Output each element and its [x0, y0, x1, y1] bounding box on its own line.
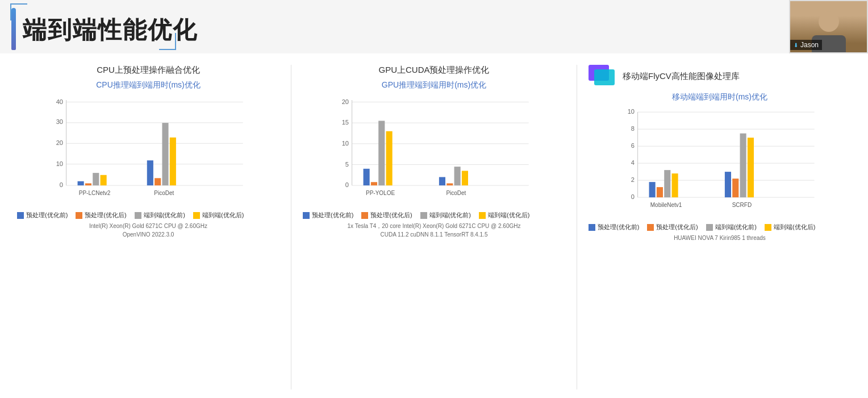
- legend-label-2: 预处理(优化后): [656, 223, 698, 231]
- bar: [649, 182, 656, 197]
- cpu-section-title: CPU上预处理操作融合优化: [97, 65, 200, 76]
- legend-item-4: 端到端(优化后): [765, 223, 815, 231]
- avatar-box: ⬇ Jason: [789, 0, 868, 53]
- mobile-footnote: HUAWEI NOVA 7 Kirin985 1 threads: [674, 234, 766, 242]
- svg-text:PicoDet: PicoDet: [154, 190, 174, 196]
- legend-color-1: [303, 212, 310, 219]
- corner-decoration-br: [159, 33, 176, 50]
- legend-item-2: 预处理(优化后): [361, 211, 412, 219]
- flyCV-header: 移动端FlyCV高性能图像处理库: [589, 65, 740, 88]
- cpu-footnote: Intel(R) Xeon(R) Gold 6271C CPU @ 2.60GH…: [89, 222, 207, 239]
- bar: [364, 169, 370, 185]
- gpu-legend: 预处理(优化前) 预处理(优化后) 端到端(优化前) 端到端(优化后): [303, 211, 565, 219]
- svg-text:PP-LCNetv2: PP-LCNetv2: [79, 190, 111, 196]
- gpu-chart-title: GPU推理端到端用时(ms)优化: [382, 80, 486, 90]
- svg-text:6: 6: [631, 142, 635, 149]
- svg-text:30: 30: [56, 118, 63, 125]
- svg-text:10: 10: [628, 108, 635, 115]
- mobile-legend: 预处理(优化前) 预处理(优化后) 端到端(优化前) 端到端(优化后): [589, 223, 851, 231]
- mobile-section-title: 移动端FlyCV高性能图像处理库: [623, 71, 740, 82]
- cpu-chart-title: CPU推理端到端用时(ms)优化: [96, 80, 201, 90]
- legend-item-2: 预处理(优化后): [76, 211, 126, 219]
- title-bar-accent: [11, 10, 16, 50]
- avatar-head: [819, 11, 839, 32]
- bar: [85, 183, 91, 185]
- gpu-chart-panel: GPU上CUDA预处理操作优化 GPU推理端到端用时(ms)优化 0 5 10 …: [303, 65, 565, 389]
- bar: [162, 123, 168, 185]
- svg-text:MobileNetv1: MobileNetv1: [650, 202, 682, 208]
- bar: [78, 181, 84, 185]
- bar: [386, 131, 393, 185]
- bar: [170, 138, 176, 185]
- cpu-bar-chart: 0 10 20 30 40 PP-LCNetv2: [17, 94, 279, 208]
- svg-text:15: 15: [342, 119, 349, 126]
- bar: [93, 173, 99, 185]
- bar: [672, 173, 678, 197]
- legend-label-3: 端到端(优化前): [429, 211, 471, 219]
- svg-text:PP-YOLOE: PP-YOLOE: [366, 190, 395, 196]
- download-icon: ⬇: [794, 42, 798, 48]
- svg-text:40: 40: [56, 98, 63, 105]
- svg-text:0: 0: [345, 181, 349, 188]
- svg-text:20: 20: [342, 98, 349, 105]
- legend-color-4: [193, 212, 200, 219]
- bar: [732, 179, 738, 197]
- legend-item-4: 端到端(优化后): [479, 211, 529, 219]
- bar: [657, 187, 663, 197]
- legend-item-1: 预处理(优化前): [589, 223, 639, 231]
- mobile-chart-panel: 移动端FlyCV高性能图像处理库 移动端端到端用时(ms)优化 0 2 4 6 …: [589, 65, 851, 389]
- legend-item-3: 端到端(优化前): [706, 223, 757, 231]
- legend-color-2: [647, 224, 654, 231]
- svg-text:SCRFD: SCRFD: [732, 202, 752, 208]
- svg-text:4: 4: [631, 159, 635, 166]
- legend-item-2: 预处理(优化后): [647, 223, 698, 231]
- gpu-footnote: 1x Tesla T4，20 core Intel(R) Xeon(R) Gol…: [348, 222, 521, 239]
- bar: [740, 134, 746, 198]
- svg-text:5: 5: [345, 161, 349, 168]
- cpu-legend: 预处理(优化前) 预处理(优化后) 端到端(优化前) 端到端(优化后): [17, 211, 279, 219]
- legend-item-1: 预处理(优化前): [303, 211, 353, 219]
- bar: [454, 167, 461, 185]
- bar: [462, 171, 468, 185]
- flyCV-icon-rect2: [594, 69, 615, 85]
- legend-color-4: [765, 224, 771, 231]
- gpu-bar-chart: 0 5 10 15 20 PP-YOLOE PicoDet: [303, 94, 565, 208]
- legend-item-4: 端到端(优化后): [193, 211, 244, 219]
- avatar-label: ⬇ Jason: [790, 40, 822, 50]
- legend-label-1: 预处理(优化前): [312, 211, 353, 219]
- svg-text:0: 0: [631, 193, 635, 200]
- divider-2: [577, 65, 577, 389]
- legend-label-3: 端到端(优化前): [144, 211, 185, 219]
- legend-color-1: [17, 212, 24, 219]
- legend-label-1: 预处理(优化前): [598, 223, 639, 231]
- svg-text:10: 10: [56, 160, 63, 167]
- legend-color-3: [420, 212, 427, 219]
- bar: [725, 172, 731, 197]
- gpu-section-title: GPU上CUDA预处理操作优化: [378, 65, 489, 76]
- bar: [664, 170, 670, 197]
- bar: [371, 182, 377, 185]
- legend-item-3: 端到端(优化前): [420, 211, 471, 219]
- mobile-chart-title: 移动端端到端用时(ms)优化: [672, 92, 767, 102]
- header: 端到端性能优化: [0, 0, 868, 53]
- bar: [446, 183, 453, 185]
- divider-1: [291, 65, 291, 389]
- svg-text:8: 8: [631, 125, 635, 132]
- cpu-chart-panel: CPU上预处理操作融合优化 CPU推理端到端用时(ms)优化 0 10 20 3…: [17, 65, 279, 389]
- bar: [147, 160, 153, 185]
- legend-label-2: 预处理(优化后): [85, 211, 126, 219]
- svg-text:2: 2: [631, 176, 635, 183]
- bar: [748, 138, 754, 197]
- mobile-bar-chart: 0 2 4 6 8 10 MobileNetv1: [589, 106, 851, 219]
- legend-label-4: 端到端(优化后): [488, 211, 529, 219]
- legend-label-1: 预处理(优化前): [26, 211, 68, 219]
- avatar-name: Jason: [800, 41, 819, 49]
- content-area: CPU上预处理操作融合优化 CPU推理端到端用时(ms)优化 0 10 20 3…: [0, 53, 868, 398]
- bar: [439, 177, 445, 185]
- svg-text:10: 10: [342, 140, 349, 147]
- legend-label-2: 预处理(优化后): [370, 211, 412, 219]
- svg-text:20: 20: [56, 139, 63, 146]
- legend-color-2: [76, 212, 82, 219]
- flyCV-icon: [589, 65, 616, 88]
- legend-item-3: 端到端(优化前): [135, 211, 185, 219]
